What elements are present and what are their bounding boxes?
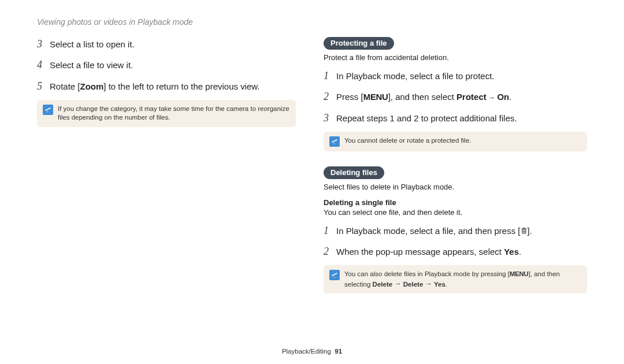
svg-rect-8 [522,229,526,233]
delete-subtext: Select files to delete in Playback mode. [324,183,587,191]
note-text: You can also delete files in Playback mo… [344,270,581,289]
svg-line-0 [46,108,50,110]
info-icon [329,136,340,147]
arrow-icon: → [423,280,434,288]
page-title: Viewing photos or videos in Playback mod… [37,17,587,27]
note-text: You cannot delete or rotate a protected … [344,136,471,146]
step-text-prefix: Rotate [ [50,81,80,91]
arrow-icon: → [486,94,497,102]
step-number: 1 [324,69,336,83]
step-4: 4 Select a file to view it. [37,58,296,72]
note-reorganize: If you change the category, it may take … [37,100,296,127]
t-bold: On [497,92,509,102]
tb: Delete [403,281,424,288]
protect-step-3: 3 Repeat steps 1 and 2 to protect additi… [324,111,587,125]
protect-subtext: Protect a file from accidental deletion. [324,53,587,62]
info-icon [329,270,340,280]
note-text: If you change the category, it may take … [58,105,290,122]
svg-point-5 [332,142,333,143]
t-bold: Yes [504,247,519,257]
svg-point-2 [50,107,51,109]
delete-subhead: Deleting a single file [324,198,587,207]
svg-point-7 [334,143,335,144]
step-text: In Playback mode, select a file to prote… [336,70,494,82]
step-number: 1 [324,224,336,237]
t: ]. [528,226,532,236]
t: . [519,247,521,257]
t: Press [ [336,92,363,102]
step-number: 2 [324,90,336,103]
right-column: Protecting a file Protect a file from ac… [324,37,587,302]
svg-point-6 [336,139,337,140]
step-text: Repeat steps 1 and 2 to protect addition… [336,113,517,124]
page-footer: Playback/Editing 91 [0,348,624,355]
content-columns: 3 Select a list to open it. 4 Select a f… [37,37,587,302]
section-delete: Deleting files Select files to delete in… [324,166,587,294]
svg-point-15 [336,273,337,274]
trash-icon [521,226,528,237]
section-protect: Protecting a file Protect a file from ac… [324,37,587,151]
step-text: When the pop-up message appears, select … [336,246,521,258]
footer-page-number: 91 [335,348,342,355]
step-text: Press [MENU], and then select Protect → … [336,91,511,103]
svg-line-4 [332,140,337,142]
note-delete-alt: You can also delete files in Playback mo… [324,265,587,294]
delete-subdesc: You can select one file, and then delete… [324,208,587,217]
protect-step-1: 1 In Playback mode, select a file to pro… [324,69,587,83]
info-icon [43,105,53,115]
t: In Playback mode, select a file, and the… [336,226,521,236]
step-text-bold: Zoom [80,81,104,91]
protect-step-2: 2 Press [MENU], and then select Protect … [324,90,587,103]
note-protected: You cannot delete or rotate a protected … [324,132,587,151]
svg-point-1 [45,110,46,111]
step-text: In Playback mode, select a file, and the… [336,225,532,237]
left-column: 3 Select a list to open it. 4 Select a f… [37,37,296,302]
t: ], and then select [388,92,456,102]
t: . [445,281,447,288]
page: Viewing photos or videos in Playback mod… [0,0,624,364]
heading-pill-protect: Protecting a file [324,37,394,50]
step-number: 4 [37,58,50,72]
delete-step-2: 2 When the pop-up message appears, selec… [324,244,587,258]
step-number: 3 [324,111,336,125]
step-text: Select a list to open it. [50,39,135,50]
tb: Yes [434,281,445,288]
t-bold: Protect [456,92,486,102]
svg-point-16 [334,277,335,278]
t: . [509,92,511,102]
step-text-suffix: ] to the left to return to the previous … [103,81,259,91]
arrow-icon: → [392,280,403,288]
step-5: 5 Rotate [Zoom] to the left to return to… [37,79,296,93]
svg-point-3 [47,112,49,113]
t: When the pop-up message appears, select [336,247,504,257]
step-number: 3 [37,37,50,51]
step-number: 5 [37,79,50,93]
heading-pill-delete: Deleting files [324,166,384,179]
t: You can also delete files in Playback mo… [344,270,510,277]
footer-section: Playback/Editing [282,348,331,355]
menu-label: MENU [363,92,388,102]
step-number: 2 [324,244,336,258]
menu-label: MENU [510,270,529,277]
delete-step-1: 1 In Playback mode, select a file, and t… [324,224,587,237]
svg-line-13 [332,273,337,276]
step-text: Rotate [Zoom] to the left to return to t… [50,81,260,92]
tb: Delete [373,281,393,288]
step-text: Select a file to view it. [50,60,133,71]
svg-point-14 [332,276,333,277]
step-3: 3 Select a list to open it. [37,37,296,51]
